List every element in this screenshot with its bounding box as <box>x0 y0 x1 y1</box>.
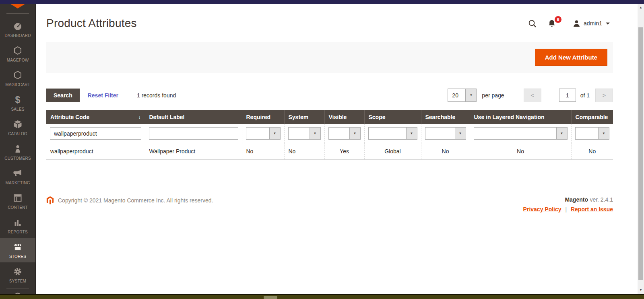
sidebar-item-reports[interactable]: REPORTS <box>0 213 35 238</box>
per-page-value: 20 <box>448 89 465 101</box>
page-actions-bar: Add New Attribute <box>46 42 613 73</box>
report-issue-link[interactable]: Report an Issue <box>571 206 613 212</box>
sidebar-item-label: CUSTOMERS <box>4 156 31 161</box>
link-separator: | <box>565 206 567 212</box>
copyright-text: Copyright © 2021 Magento Commerce Inc. A… <box>58 197 213 204</box>
filter-visible-select[interactable]: ▼ <box>328 127 361 140</box>
dropdown-arrow-icon: ▼ <box>349 128 360 139</box>
main-content: Product Attributes 8 admin1 <box>36 4 638 294</box>
column-header-attribute-code[interactable]: Attribute Code ↓ <box>46 110 145 124</box>
reset-filter-link[interactable]: Reset Filter <box>88 92 118 99</box>
filter-required-select[interactable]: ▼ <box>246 127 281 140</box>
next-page-button[interactable]: > <box>595 89 613 102</box>
sidebar-item-label: MAGEPOW <box>7 58 29 62</box>
column-header-comparable[interactable]: Comparable <box>571 110 613 124</box>
dropdown-arrow-icon: ▼ <box>310 128 320 139</box>
filter-comparable-select[interactable]: ▼ <box>575 127 610 140</box>
sidebar-item-label: SYSTEM <box>9 279 26 283</box>
notifications-bell-icon[interactable]: 8 <box>547 19 556 28</box>
grid-header-row: Attribute Code ↓ Default Label Required … <box>46 110 613 124</box>
sidebar-menu: DASHBOARD MAGEPOW MAGICCART $ SALES CATA… <box>0 17 35 287</box>
sidebar-item-magepow[interactable]: MAGEPOW <box>0 41 35 66</box>
cell-default-label: Wallpaper Product <box>145 143 242 160</box>
user-name: admin1 <box>584 20 602 27</box>
cell-searchable: No <box>421 143 470 160</box>
admin-user-menu[interactable]: admin1 <box>572 19 610 28</box>
top-edge-bar <box>0 0 644 4</box>
version-line: Magento ver. 2.4.1 <box>523 196 613 203</box>
grid-filter-row: ▼ ▼ ▼ ▼ ▼ ▼ ▼ <box>46 124 613 143</box>
dropdown-arrow-icon: ▼ <box>406 128 417 139</box>
column-header-visible[interactable]: Visible <box>324 110 364 124</box>
records-count: 1 records found <box>137 92 176 99</box>
sidebar-item-customers[interactable]: CUSTOMERS <box>0 140 35 164</box>
sidebar-item-marketing[interactable]: MARKETING <box>0 164 35 189</box>
person-icon <box>12 144 23 154</box>
sidebar-item-label: MAGICCART <box>5 82 30 87</box>
filter-default-label-input[interactable] <box>149 127 238 140</box>
sidebar-item-dashboard[interactable]: DASHBOARD <box>0 17 35 41</box>
column-header-default-label[interactable]: Default Label <box>145 110 242 124</box>
sidebar-divider <box>6 13 29 14</box>
caret-down-icon <box>606 23 610 25</box>
previous-page-button[interactable]: < <box>524 89 541 102</box>
package-icon <box>12 119 23 130</box>
attribute-row[interactable]: wallpaperproduct Wallpaper Product No No… <box>46 143 613 160</box>
cell-attribute-code: wallpaperproduct <box>46 143 145 160</box>
search-icon[interactable] <box>528 19 537 28</box>
bar-chart-icon <box>12 217 23 228</box>
footer-links: Privacy Policy | Report an Issue <box>523 206 613 212</box>
filter-system-select[interactable]: ▼ <box>288 127 321 140</box>
privacy-policy-link[interactable]: Privacy Policy <box>523 206 561 212</box>
vertical-scrollbar[interactable]: ▲ ▼ <box>638 4 644 294</box>
horizontal-scrollbar[interactable] <box>0 294 644 299</box>
user-icon <box>572 19 581 28</box>
scroll-up-icon[interactable]: ▲ <box>638 5 644 10</box>
cell-scope: Global <box>364 143 421 160</box>
dropdown-arrow-icon: ▼ <box>455 128 466 139</box>
vertical-scrollbar-thumb[interactable] <box>638 27 643 280</box>
per-page-label: per page <box>482 92 504 99</box>
scroll-down-icon[interactable]: ▼ <box>638 288 644 293</box>
horizontal-scrollbar-thumb[interactable] <box>264 296 277 299</box>
sidebar-item-magiccart[interactable]: MAGICCART <box>0 66 35 91</box>
filter-layered-navigation-select[interactable]: ▼ <box>474 127 568 140</box>
gear-icon <box>12 266 23 277</box>
cell-visible: Yes <box>324 143 364 160</box>
cell-system: No <box>284 143 324 160</box>
column-header-required[interactable]: Required <box>242 110 284 124</box>
brand-name: Magento <box>565 196 588 203</box>
magento-logo-icon[interactable] <box>10 4 25 8</box>
sidebar-item-system[interactable]: SYSTEM <box>0 262 35 287</box>
sidebar-item-label: STORES <box>9 254 26 259</box>
sort-desc-icon: ↓ <box>138 114 141 120</box>
sidebar-item-catalog[interactable]: CATALOG <box>0 115 35 140</box>
notification-badge: 8 <box>555 16 561 23</box>
sidebar-item-label: DASHBOARD <box>4 33 31 38</box>
sidebar-item-sales[interactable]: $ SALES <box>0 91 35 115</box>
column-header-searchable[interactable]: Searchable <box>421 110 470 124</box>
current-page-input[interactable] <box>559 89 576 102</box>
filter-searchable-select[interactable]: ▼ <box>425 127 466 140</box>
sidebar-item-content[interactable]: CONTENT <box>0 189 35 213</box>
search-button[interactable]: Search <box>46 89 80 102</box>
sidebar-divider <box>6 289 29 289</box>
filter-scope-select[interactable]: ▼ <box>368 127 417 140</box>
per-page-select[interactable]: 20 ▼ <box>448 89 477 102</box>
dropdown-arrow-icon: ▼ <box>269 128 280 139</box>
sidebar-item-label: SALES <box>11 107 24 111</box>
dollar-icon: $ <box>12 95 23 105</box>
sidebar-item-label: CATALOG <box>8 132 27 136</box>
attributes-grid: Attribute Code ↓ Default Label Required … <box>46 110 613 160</box>
sidebar-item-label: MARKETING <box>5 181 30 185</box>
column-header-scope[interactable]: Scope <box>364 110 421 124</box>
sidebar-item-stores[interactable]: STORES <box>0 238 35 262</box>
filter-attribute-code-input[interactable] <box>50 127 141 140</box>
megaphone-icon <box>12 168 23 179</box>
cell-layered-navigation: No <box>470 143 571 160</box>
layout-icon <box>12 193 23 203</box>
column-header-system[interactable]: System <box>284 110 324 124</box>
partners-icon[interactable] <box>0 291 35 294</box>
add-new-attribute-button[interactable]: Add New Attribute <box>535 49 607 66</box>
column-header-layered-navigation[interactable]: Use in Layered Navigation <box>470 110 571 124</box>
